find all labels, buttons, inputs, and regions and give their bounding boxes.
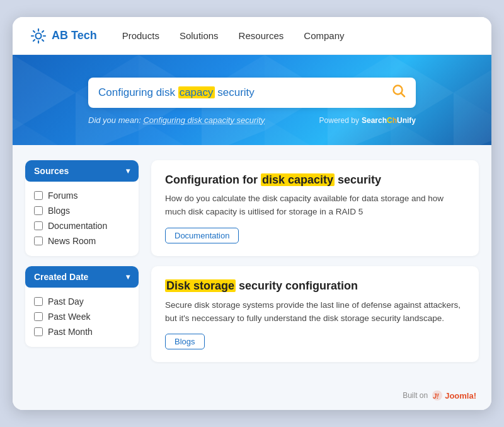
result-card-1: Configuration for disk capacity security… (151, 160, 479, 256)
nav-solutions[interactable]: Solutions (180, 30, 219, 41)
powered-by: Powered by SearchChUnify (319, 116, 416, 125)
did-you-mean: Did you mean: Configuring disk capacity … (88, 115, 416, 125)
result-1-title-highlight: disk capacity (261, 173, 335, 186)
search-highlight: capacy (178, 86, 215, 98)
search-text-before: Configuring disk (98, 86, 178, 98)
svg-line-2 (401, 93, 405, 97)
results-section: Configuration for disk capacity security… (151, 160, 479, 370)
result-2-title-after: security configuration (236, 279, 358, 292)
search-input-display[interactable]: Configuring disk capacy security (98, 86, 387, 99)
gear-icon (30, 28, 47, 44)
chevron-down-icon: ▾ (126, 167, 130, 175)
powered-by-label: Powered by (319, 116, 359, 125)
sidebar: Sources ▾ Forums Blogs Documentation (25, 160, 139, 370)
did-you-mean-text[interactable]: Configuring disk capacity security (143, 115, 265, 125)
result-card-2: Disk storage security configuration Secu… (151, 266, 479, 362)
navbar: AB Tech Products Solutions Resources Com… (13, 17, 491, 55)
main-content: Sources ▾ Forums Blogs Documentation (13, 145, 491, 385)
newsroom-label: News Room (48, 236, 96, 246)
blogs-checkbox[interactable] (34, 206, 43, 215)
filter-item-newsroom[interactable]: News Room (34, 233, 130, 249)
past-month-checkbox[interactable] (34, 327, 43, 336)
past-week-label: Past Week (48, 312, 90, 322)
filter-item-past-week[interactable]: Past Week (34, 309, 130, 324)
joomla-icon: J! (432, 390, 443, 401)
joomla-logo: J! Joomla! (432, 390, 476, 401)
filter-item-forums[interactable]: Forums (34, 188, 130, 203)
result-1-title-before: Configuration for (165, 173, 261, 186)
built-on-label: Built on (403, 391, 428, 400)
forums-checkbox[interactable] (34, 191, 43, 200)
joomla-text: Joomla! (445, 391, 476, 401)
result-2-tag[interactable]: Blogs (165, 334, 205, 349)
blogs-label: Blogs (48, 206, 70, 216)
footer: Built on J! Joomla! (13, 385, 491, 410)
result-2-title: Disk storage security configuration (165, 279, 465, 293)
result-1-title-after: security (335, 173, 381, 186)
result-1-description: How do you calculate the disk capacity a… (165, 192, 465, 219)
nav-products[interactable]: Products (122, 30, 159, 41)
app-window: AB Tech Products Solutions Resources Com… (13, 17, 491, 410)
svg-point-0 (36, 33, 42, 38)
svg-text:J!: J! (433, 392, 439, 400)
filter-item-past-day[interactable]: Past Day (34, 294, 130, 309)
sources-header[interactable]: Sources ▾ (25, 160, 139, 182)
search-text-after: security (215, 86, 255, 98)
result-1-title: Configuration for disk capacity security (165, 173, 465, 187)
filter-item-past-month[interactable]: Past Month (34, 324, 130, 339)
documentation-label: Documentation (48, 221, 107, 231)
nav-links: Products Solutions Resources Company (122, 30, 345, 42)
past-day-checkbox[interactable] (34, 297, 43, 306)
search-button[interactable] (392, 84, 406, 102)
searchunify-logo: SearchChUnify (362, 116, 416, 125)
created-date-filter: Created Date ▾ Past Day Past Week Past M… (25, 266, 139, 347)
filter-item-blogs[interactable]: Blogs (34, 203, 130, 218)
nav-company[interactable]: Company (304, 30, 344, 41)
sources-filter: Sources ▾ Forums Blogs Documentation (25, 160, 139, 256)
past-week-checkbox[interactable] (34, 312, 43, 321)
created-date-header[interactable]: Created Date ▾ (25, 266, 139, 288)
search-icon (392, 84, 406, 98)
search-bar: Configuring disk capacy security (88, 78, 416, 108)
logo: AB Tech (30, 28, 97, 44)
logo-text: AB Tech (52, 29, 97, 42)
newsroom-checkbox[interactable] (34, 237, 43, 245)
filter-item-documentation[interactable]: Documentation (34, 218, 130, 233)
forums-label: Forums (48, 190, 77, 201)
sources-items: Forums Blogs Documentation News Room (25, 182, 139, 256)
sources-label: Sources (34, 166, 69, 176)
hero-section: Configuring disk capacy security Did you… (13, 55, 491, 145)
past-day-label: Past Day (48, 296, 84, 307)
nav-resources[interactable]: Resources (239, 30, 284, 41)
result-2-title-highlight: Disk storage (165, 279, 236, 292)
result-2-description: Secure disk storage systems provide the … (165, 299, 465, 325)
past-month-label: Past Month (48, 327, 93, 337)
documentation-checkbox[interactable] (34, 221, 43, 230)
created-date-label: Created Date (34, 272, 88, 282)
did-you-mean-label: Did you mean: (88, 115, 141, 125)
date-items: Past Day Past Week Past Month (25, 288, 139, 347)
chevron-down-icon-2: ▾ (126, 272, 130, 281)
result-1-tag[interactable]: Documentation (165, 228, 239, 243)
